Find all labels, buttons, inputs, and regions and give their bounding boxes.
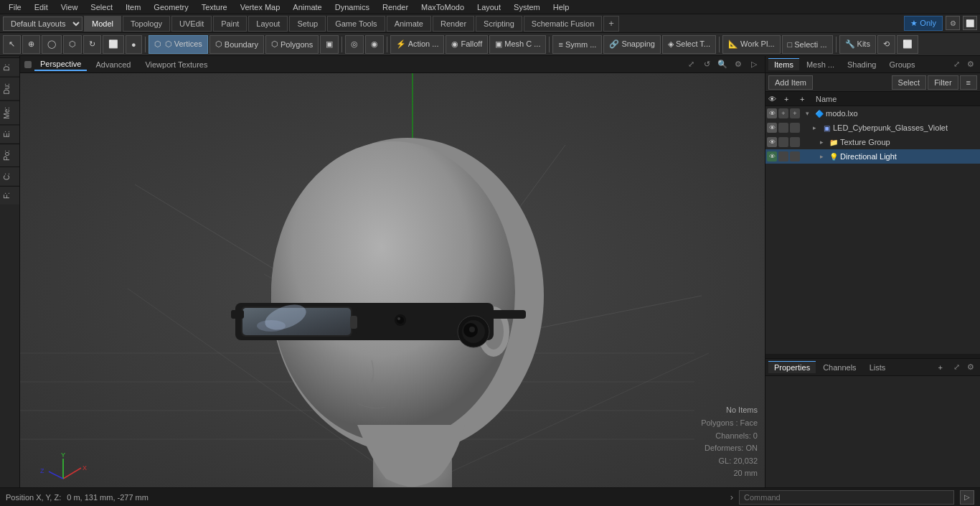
sidebar-tab-c[interactable]: C: [0,167,19,186]
command-go-btn[interactable]: ▷ [960,490,974,505]
prop-tab-channels[interactable]: Channels [817,362,862,373]
layout-tab-render[interactable]: Render [433,16,474,32]
viewport-expand-icon[interactable]: ▷ [748,58,760,71]
menu-select[interactable]: Select [85,1,118,13]
circle-btn[interactable]: ◯ [42,35,62,54]
item-eye-mesh[interactable]: 👁 [767,123,777,133]
menu-geometry[interactable]: Geometry [148,1,194,13]
action-btn[interactable]: ⚡ Action ... [390,35,444,54]
selection-btn[interactable]: □ Selecti ... [782,35,833,54]
panel-tab-items[interactable]: Items [768,58,799,70]
item-row-texgrp[interactable]: 👁 ▸ 📁 Texture Group [765,135,980,149]
items-more-btn[interactable]: ≡ [960,75,977,90]
item-row-dirlight[interactable]: 👁 ▸ 💡 Directional Light [765,149,980,164]
shape-btn[interactable]: ▣ [320,35,339,54]
select-tool-btn[interactable]: ◈ Select T... [662,35,716,54]
item-lock-root[interactable]: + [778,108,788,118]
layout-tab-uvedit[interactable]: UVEdit [171,16,212,32]
layout-settings-icon[interactable]: ⚙ [946,16,960,30]
prop-tab-lists[interactable]: Lists [864,362,892,373]
select-mode-btn[interactable]: ↖ [3,35,21,54]
menu-vertex-map[interactable]: Vertex Map [235,1,286,13]
layout-add-button[interactable]: + [603,16,619,32]
prop-expand-icon[interactable]: ⤢ [950,361,963,374]
menu-texture[interactable]: Texture [196,1,233,13]
panel-tab-shading[interactable]: Shading [842,59,882,70]
maximize-btn[interactable]: ⬜ [897,35,918,54]
item-row-mesh[interactable]: 👁 ▸ ▣ LED_Cyberpunk_Glasses_Violet [765,121,980,135]
viewport-refresh-icon[interactable]: ↺ [700,58,713,71]
symmetry-btn[interactable]: ≡ Symm ... [552,35,602,54]
layout-tab-paint[interactable]: Paint [213,16,247,32]
layout-tab-animate[interactable]: Animate [387,16,431,32]
viewport-settings-icon[interactable]: ⚙ [732,58,745,71]
sidebar-tab-d[interactable]: D: [0,57,19,77]
prop-add-btn[interactable]: + [933,362,948,373]
layout-expand-icon[interactable]: ⬜ [963,16,977,30]
sidebar-tab-e[interactable]: E: [0,124,19,143]
vertices-btn[interactable]: ⬡ ⬡ Vertices [149,35,208,54]
menu-render[interactable]: Render [377,1,414,13]
menu-dynamics[interactable]: Dynamics [329,1,375,13]
menu-item[interactable]: Item [120,1,146,13]
rotate-view-btn[interactable]: ⟲ [877,35,895,54]
sphere-btn[interactable]: ● [126,35,142,54]
viewport[interactable]: Perspective Advanced Viewport Textures ⤢… [20,56,765,487]
item-row-root[interactable]: 👁 + + ▾ 🔷 modo.lxo [765,106,980,121]
panel-tab-mesh[interactable]: Mesh ... [801,59,840,70]
item-lock-texgrp[interactable] [778,137,788,147]
polygons-btn[interactable]: ⬡ Polygons [265,35,319,54]
toggle2-btn[interactable]: ◉ [365,35,384,54]
menu-view[interactable]: View [55,1,84,13]
expand-root[interactable]: ▾ [806,110,813,117]
hex-btn[interactable]: ⬡ [63,35,82,54]
layout-tab-game-tools[interactable]: Game Tools [327,16,385,32]
sidebar-tab-po[interactable]: Po: [0,144,19,167]
falloff-btn[interactable]: ◉ Falloff [446,35,488,54]
item-lock-mesh[interactable] [778,123,788,133]
add-item-btn[interactable]: Add Item [768,75,813,90]
item-eye-dirlight[interactable]: 👁 [767,151,777,161]
viewport-tab-textures[interactable]: Viewport Textures [139,59,213,70]
command-input[interactable] [739,490,954,505]
expand-mesh[interactable]: ▸ [813,124,820,131]
menu-system[interactable]: System [508,1,546,13]
viewport-zoom-fit-icon[interactable]: ⤢ [684,58,697,71]
menu-help[interactable]: Help [547,1,575,13]
panel-settings-icon[interactable]: ⚙ [964,58,977,71]
layout-tab-scripting[interactable]: Scripting [476,16,522,32]
item-eye-root[interactable]: 👁 [767,108,777,118]
viewport-tab-advanced[interactable]: Advanced [90,59,136,70]
layout-tab-setup[interactable]: Setup [289,16,326,32]
select-btn[interactable]: Select [892,75,927,90]
sidebar-tab-f[interactable]: F: [0,186,19,205]
kits-btn[interactable]: 🔧 Kits [839,35,876,54]
viewport-tab-perspective[interactable]: Perspective [34,58,87,71]
sidebar-tab-me[interactable]: Me: [0,100,19,125]
filter-btn[interactable]: Filter [928,75,958,90]
boundary-btn[interactable]: ⬡ Boundary [209,35,264,54]
item-vis-texgrp[interactable] [790,137,800,147]
rect-btn[interactable]: ⬜ [103,35,124,54]
menu-edit[interactable]: Edit [29,1,54,13]
prop-tab-properties[interactable]: Properties [768,361,816,373]
panel-expand-icon[interactable]: ⤢ [950,58,963,71]
menu-maxtomodo[interactable]: MaxToModo [415,1,470,13]
rotate-btn[interactable]: ↻ [83,35,101,54]
item-vis-mesh[interactable] [790,123,800,133]
star-only-button[interactable]: ★ Only [904,16,943,31]
layout-tab-model[interactable]: Model [84,16,121,32]
layout-tab-schematic[interactable]: Schematic Fusion [524,16,602,32]
item-vis-dirlight[interactable] [790,151,800,161]
menu-file[interactable]: File [3,1,27,13]
expand-dirlight[interactable]: ▸ [820,153,827,160]
toggle1-btn[interactable]: ◎ [345,35,364,54]
panel-tab-groups[interactable]: Groups [883,59,920,70]
origin-btn[interactable]: ⊕ [22,35,40,54]
sidebar-tab-du[interactable]: Du: [0,77,19,100]
layout-tab-topology[interactable]: Topology [123,16,170,32]
layout-tab-layout[interactable]: Layout [248,16,288,32]
viewport-search-icon[interactable]: 🔍 [716,58,729,71]
expand-texgrp[interactable]: ▸ [820,139,827,146]
work-plane-btn[interactable]: 📐 Work Pl... [722,35,781,54]
